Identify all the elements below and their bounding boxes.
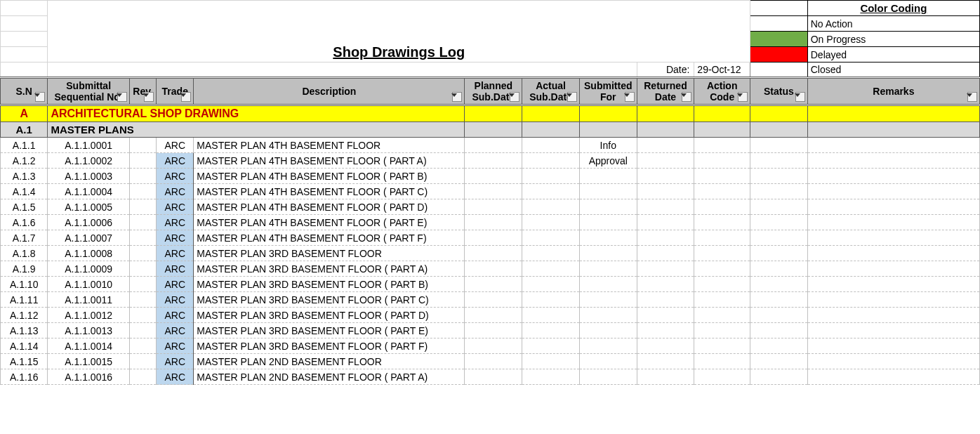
cell-remarks[interactable] (807, 369, 979, 385)
cell-remarks[interactable] (807, 230, 979, 246)
cell-seq[interactable]: A.1.1.0010 (48, 277, 129, 292)
cell-rev[interactable] (129, 153, 156, 169)
cell-sn[interactable]: A.1.6 (1, 215, 48, 230)
filter-icon[interactable] (117, 92, 127, 102)
cell-returned[interactable] (637, 261, 694, 277)
cell-rev[interactable] (129, 184, 156, 199)
cell-status[interactable] (750, 323, 808, 338)
cell-status[interactable] (750, 199, 808, 215)
cell-status[interactable] (750, 338, 808, 354)
cell-status[interactable] (750, 169, 808, 184)
cell-sn[interactable]: A.1.3 (1, 169, 48, 184)
cell-remarks[interactable] (807, 261, 979, 277)
cell-rev[interactable] (129, 230, 156, 246)
cell-trade[interactable]: ARC (157, 153, 194, 169)
filter-icon[interactable] (738, 92, 748, 102)
cell-trade[interactable]: ARC (157, 308, 194, 323)
cell-planned[interactable] (465, 199, 522, 215)
cell-action[interactable] (694, 230, 750, 246)
cell-rev[interactable] (129, 215, 156, 230)
cell-returned[interactable] (637, 246, 694, 261)
cell-subfor[interactable] (579, 277, 637, 292)
cell-action[interactable] (694, 369, 750, 385)
cell-sn[interactable]: A.1.14 (1, 338, 48, 354)
cell-status[interactable] (750, 153, 808, 169)
cell-action[interactable] (694, 277, 750, 292)
cell-trade[interactable]: ARC (157, 215, 194, 230)
cell-returned[interactable] (637, 199, 694, 215)
cell-planned[interactable] (465, 277, 522, 292)
filter-icon[interactable] (625, 92, 635, 102)
cell-returned[interactable] (637, 138, 694, 153)
cell-seq[interactable]: A.1.1.0014 (48, 338, 129, 354)
cell-actual[interactable] (522, 215, 580, 230)
col-seq[interactable]: Submittal Sequential No. (48, 78, 129, 105)
cell-trade[interactable]: ARC (157, 199, 194, 215)
cell-rev[interactable] (129, 354, 156, 369)
cell-subfor[interactable] (579, 215, 637, 230)
cell-status[interactable] (750, 138, 808, 153)
cell-desc[interactable]: MASTER PLAN 4TH BASEMENT FLOOR ( PART F) (194, 230, 465, 246)
cell-sn[interactable]: A.1.8 (1, 246, 48, 261)
cell-desc[interactable]: MASTER PLAN 4TH BASEMENT FLOOR ( PART B) (194, 169, 465, 184)
cell-subfor[interactable] (579, 323, 637, 338)
cell-returned[interactable] (637, 215, 694, 230)
cell-status[interactable] (750, 277, 808, 292)
cell-trade[interactable]: ARC (157, 261, 194, 277)
cell-seq[interactable]: A.1.1.0002 (48, 153, 129, 169)
cell-subfor[interactable]: Info (579, 138, 637, 153)
cell-subfor[interactable] (579, 292, 637, 308)
cell-status[interactable] (750, 184, 808, 199)
cell-rev[interactable] (129, 169, 156, 184)
cell-action[interactable] (694, 169, 750, 184)
cell-seq[interactable]: A.1.1.0008 (48, 246, 129, 261)
cell-planned[interactable] (465, 354, 522, 369)
cell-action[interactable] (694, 323, 750, 338)
cell-actual[interactable] (522, 338, 580, 354)
cell-desc[interactable]: MASTER PLAN 3RD BASEMENT FLOOR (194, 246, 465, 261)
cell-subfor[interactable] (579, 369, 637, 385)
cell-trade[interactable]: ARC (157, 246, 194, 261)
filter-icon[interactable] (967, 92, 977, 102)
filter-icon[interactable] (567, 92, 577, 102)
cell-trade[interactable]: ARC (157, 277, 194, 292)
cell-subfor[interactable]: Approval (579, 153, 637, 169)
cell-actual[interactable] (522, 199, 580, 215)
cell-trade[interactable]: ARC (157, 184, 194, 199)
cell-sn[interactable]: A.1.9 (1, 261, 48, 277)
cell-rev[interactable] (129, 138, 156, 153)
cell-action[interactable] (694, 153, 750, 169)
cell-planned[interactable] (465, 261, 522, 277)
cell-sn[interactable]: A.1.12 (1, 308, 48, 323)
cell-returned[interactable] (637, 292, 694, 308)
cell-seq[interactable]: A.1.1.0005 (48, 199, 129, 215)
filter-icon[interactable] (682, 92, 691, 102)
cell-action[interactable] (694, 338, 750, 354)
cell-action[interactable] (694, 354, 750, 369)
cell-returned[interactable] (637, 323, 694, 338)
cell-status[interactable] (750, 215, 808, 230)
cell-status[interactable] (750, 354, 808, 369)
cell-seq[interactable]: A.1.1.0012 (48, 308, 129, 323)
cell-actual[interactable] (522, 323, 580, 338)
cell-seq[interactable]: A.1.1.0001 (48, 138, 129, 153)
cell-remarks[interactable] (807, 308, 979, 323)
cell-actual[interactable] (522, 184, 580, 199)
cell-seq[interactable]: A.1.1.0011 (48, 292, 129, 308)
cell-remarks[interactable] (807, 292, 979, 308)
cell-returned[interactable] (637, 153, 694, 169)
cell-trade[interactable]: ARC (157, 138, 194, 153)
cell-rev[interactable] (129, 369, 156, 385)
col-action[interactable]: Action Code (694, 78, 750, 105)
cell-desc[interactable]: MASTER PLAN 4TH BASEMENT FLOOR ( PART C) (194, 184, 465, 199)
cell-action[interactable] (694, 184, 750, 199)
cell-desc[interactable]: MASTER PLAN 3RD BASEMENT FLOOR ( PART E) (194, 323, 465, 338)
cell-returned[interactable] (637, 230, 694, 246)
filter-icon[interactable] (144, 92, 154, 102)
cell-desc[interactable]: MASTER PLAN 4TH BASEMENT FLOOR (194, 138, 465, 153)
cell-action[interactable] (694, 215, 750, 230)
cell-trade[interactable]: ARC (157, 354, 194, 369)
cell-planned[interactable] (465, 369, 522, 385)
cell-remarks[interactable] (807, 169, 979, 184)
cell-seq[interactable]: A.1.1.0006 (48, 215, 129, 230)
